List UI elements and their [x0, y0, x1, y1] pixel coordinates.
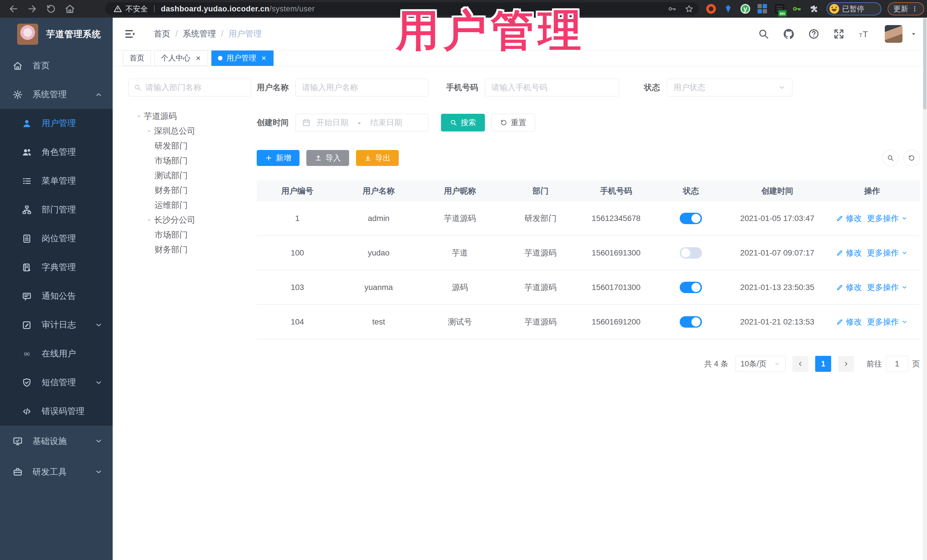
goto-page-input[interactable]	[886, 356, 908, 372]
status-toggle[interactable]	[680, 282, 702, 293]
breadcrumb-home[interactable]: 首页	[154, 28, 170, 39]
tree-node[interactable]: 市场部门	[128, 153, 251, 168]
edit-link[interactable]: 修改	[836, 317, 862, 327]
sidebar-menu-item[interactable]: 菜单管理	[0, 167, 112, 195]
app-logo[interactable]: 芋道管理系统	[0, 18, 112, 51]
prev-page-button[interactable]	[792, 356, 808, 372]
tree-node[interactable]: 长沙分公司	[128, 213, 251, 228]
export-button[interactable]: 导出	[356, 150, 399, 166]
user-avatar[interactable]	[885, 25, 903, 43]
font-size-icon[interactable]: TT	[858, 28, 870, 40]
close-icon[interactable]	[261, 55, 267, 61]
caret-down-icon[interactable]	[144, 216, 154, 224]
profile-paused-chip[interactable]: 已暂停	[827, 2, 881, 15]
add-button[interactable]: 新增	[257, 150, 299, 166]
chevron-down-icon	[774, 360, 781, 367]
key-extension-icon[interactable]	[792, 4, 801, 14]
end-date-placeholder[interactable]: 结束日期	[370, 117, 402, 128]
script-manager-extension-icon[interactable]: on	[775, 4, 784, 14]
caret-down-icon[interactable]	[144, 127, 154, 135]
import-button[interactable]: 导入	[306, 150, 349, 166]
chevron-icon	[94, 437, 103, 445]
sidebar-menu-item[interactable]: 研发工具	[0, 457, 112, 487]
start-date-placeholder[interactable]: 开始日期	[316, 117, 348, 128]
tag-tab[interactable]: 个人中心	[154, 50, 208, 66]
sidebar-menu-item[interactable]: 部门管理	[0, 195, 112, 224]
status-select[interactable]: 用户状态	[667, 79, 792, 96]
date-range-picker[interactable]: 开始日期 - 结束日期	[295, 114, 429, 132]
search-button[interactable]: 搜索	[441, 114, 485, 132]
sidebar-menu-item[interactable]: 角色管理	[0, 138, 112, 167]
show-search-toggle-button[interactable]	[882, 150, 899, 166]
sidebar-menu-item[interactable]: (a) 在线用户	[0, 339, 112, 368]
ubuntu-extension-icon[interactable]	[706, 4, 716, 14]
refresh-table-button[interactable]	[903, 150, 920, 166]
username-input[interactable]	[302, 83, 422, 92]
tree-node[interactable]: 测试部门	[128, 168, 251, 183]
caret-down-icon[interactable]	[134, 112, 144, 120]
sidebar-menu-item[interactable]: 短信管理	[0, 368, 112, 397]
browser-update-chip[interactable]: 更新	[887, 2, 924, 15]
browser-home-icon[interactable]	[64, 3, 75, 14]
status-toggle[interactable]	[680, 213, 702, 224]
sidebar-menu-item[interactable]: 基础设施	[0, 426, 112, 457]
help-icon[interactable]	[808, 28, 820, 40]
edit-link[interactable]: 修改	[836, 282, 862, 293]
more-actions-link[interactable]: 更多操作	[867, 282, 908, 293]
close-icon[interactable]	[195, 55, 201, 61]
tree-node[interactable]: 深圳总公司	[128, 124, 251, 138]
status-toggle[interactable]	[680, 247, 702, 259]
department-search-box[interactable]	[128, 79, 251, 96]
tree-node[interactable]: 财务部门	[128, 183, 251, 198]
tree-node[interactable]: 市场部门	[128, 228, 251, 242]
username-field[interactable]	[295, 79, 429, 96]
next-page-button[interactable]	[838, 356, 854, 372]
breadcrumb-system[interactable]: 系统管理	[183, 28, 216, 39]
sidebar-menu-item[interactable]: 错误码管理	[0, 397, 112, 426]
letter-y-extension-icon[interactable]: y	[740, 4, 750, 14]
sidebar-menu-item[interactable]: 通知公告	[0, 282, 112, 311]
page-number-button[interactable]: 1	[815, 356, 831, 372]
scrollbar-thumb[interactable]	[923, 18, 926, 109]
edit-link[interactable]: 修改	[836, 247, 862, 258]
avatar-caret-down-icon[interactable]	[910, 30, 917, 38]
github-icon[interactable]	[783, 28, 795, 40]
mobile-input[interactable]	[491, 83, 612, 92]
kebab-menu-icon[interactable]	[911, 5, 918, 12]
sidebar-collapse-icon[interactable]	[124, 28, 136, 40]
tree-node[interactable]: 芋道源码	[128, 109, 251, 124]
sidebar-menu-item[interactable]: 系统管理	[0, 80, 112, 109]
browser-back-icon[interactable]	[8, 3, 19, 14]
extensions-puzzle-icon[interactable]	[809, 4, 819, 14]
sidebar-menu-item[interactable]: 审计日志	[0, 311, 112, 339]
status-toggle[interactable]	[680, 316, 702, 328]
tree-node[interactable]: 研发部门	[128, 138, 251, 153]
browser-reload-icon[interactable]	[46, 3, 56, 14]
tree-node[interactable]: 运维部门	[128, 198, 251, 213]
edit-link[interactable]: 修改	[836, 213, 862, 224]
sidebar-menu-item[interactable]: 字典管理	[0, 253, 112, 282]
department-search-input[interactable]	[146, 83, 246, 92]
more-actions-link[interactable]: 更多操作	[867, 247, 908, 258]
sidebar-menu-item[interactable]: 首页	[0, 51, 112, 80]
gem-extension-icon[interactable]	[723, 4, 733, 14]
sidebar-menu-item[interactable]: 岗位管理	[0, 224, 112, 253]
fullscreen-icon[interactable]	[833, 28, 845, 40]
mobile-field[interactable]	[485, 79, 619, 96]
browser-forward-icon[interactable]	[27, 3, 38, 14]
window-scrollbar[interactable]	[923, 18, 927, 560]
reset-button[interactable]: 重置	[491, 114, 535, 132]
more-actions-link[interactable]: 更多操作	[867, 213, 908, 224]
grid-extension-icon[interactable]	[758, 4, 767, 14]
tree-node[interactable]: 财务部门	[128, 242, 251, 257]
security-label[interactable]: 不安全	[126, 4, 148, 14]
tag-tab[interactable]: 首页	[123, 50, 151, 66]
password-key-icon[interactable]	[667, 4, 676, 14]
tag-tab[interactable]: 用户管理	[211, 50, 274, 66]
more-actions-link[interactable]: 更多操作	[867, 317, 908, 327]
header-search-icon[interactable]	[758, 28, 769, 40]
page-size-select[interactable]: 10条/页	[736, 356, 786, 372]
bookmark-star-icon[interactable]	[685, 4, 694, 14]
page-url[interactable]: dashboard.yudao.iocoder.cn/system/user	[161, 5, 315, 14]
sidebar-menu-item[interactable]: 用户管理	[0, 109, 112, 138]
